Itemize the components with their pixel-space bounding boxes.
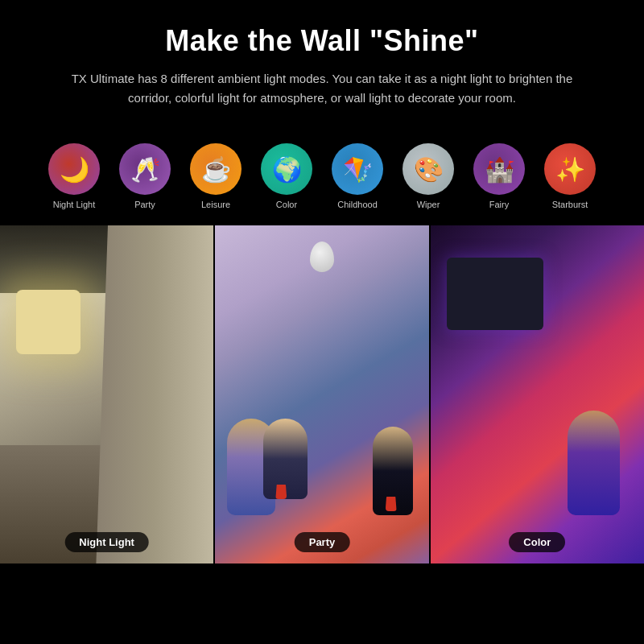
photo-panel-night: Night Light <box>0 225 213 564</box>
mode-item-night-light: 🌙Night Light <box>46 143 102 209</box>
mode-circle-leisure: ☕ <box>190 143 242 195</box>
mode-label-fairy: Fairy <box>489 200 509 209</box>
panel-label-color: Color <box>509 532 565 552</box>
mode-circle-childhood: 🪁 <box>332 143 383 195</box>
mode-circle-fairy: 🏰 <box>473 143 525 195</box>
mode-label-leisure: Leisure <box>201 200 230 209</box>
panel-label-party: Party <box>295 532 350 552</box>
mode-circle-night-light: 🌙 <box>48 143 100 195</box>
mode-item-starburst: ✨Starburst <box>542 143 598 209</box>
mode-item-party: 🥂Party <box>117 143 173 209</box>
page-title: Make the Wall "Shine" <box>32 24 612 58</box>
monitor <box>447 258 543 330</box>
mode-label-wiper: Wiper <box>417 200 440 209</box>
photos-grid: Night Light Party Color <box>0 225 644 564</box>
mode-label-starburst: Starburst <box>552 200 588 209</box>
mode-circle-wiper: 🎨 <box>402 143 454 195</box>
mode-circle-color: 🌍 <box>261 143 312 195</box>
mode-circle-party: 🥂 <box>119 143 171 195</box>
photo-panel-color: Color <box>429 225 644 564</box>
mode-label-party: Party <box>134 200 155 209</box>
figure-color <box>568 411 620 515</box>
mode-item-color: 🌍Color <box>258 143 315 209</box>
mode-circle-starburst: ✨ <box>544 143 596 195</box>
mode-label-night-light: Night Light <box>53 200 96 209</box>
balloon <box>310 242 334 272</box>
mode-item-wiper: 🎨Wiper <box>400 143 456 209</box>
page-subtitle: TX Ultimate has 8 different ambient ligh… <box>64 69 580 108</box>
page-container: Make the Wall "Shine" TX Ultimate has 8 … <box>0 0 644 564</box>
top-section: Make the Wall "Shine" TX Ultimate has 8 … <box>0 0 644 135</box>
red-cup-1 <box>275 485 287 499</box>
mode-item-childhood: 🪁Childhood <box>329 143 386 209</box>
photo-panel-party: Party <box>213 225 428 564</box>
mode-item-leisure: ☕Leisure <box>188 143 244 209</box>
wall-light <box>16 290 80 354</box>
mode-label-childhood: Childhood <box>337 200 378 209</box>
corridor <box>96 225 213 564</box>
mode-label-color: Color <box>276 200 297 209</box>
panel-label-night: Night Light <box>64 532 149 552</box>
red-cup-2 <box>386 497 397 511</box>
modes-row: 🌙Night Light🥂Party☕Leisure🌍Color🪁Childho… <box>0 135 644 221</box>
mode-item-fairy: 🏰Fairy <box>471 143 527 209</box>
